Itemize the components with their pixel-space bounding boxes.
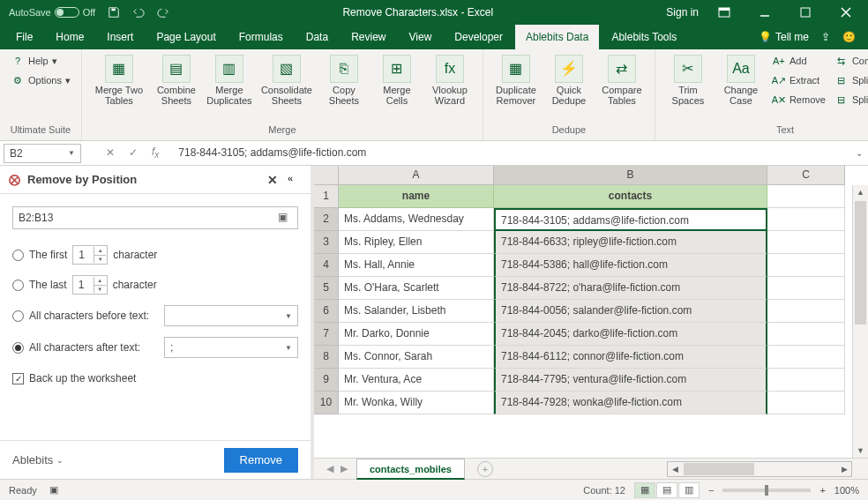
redo-icon[interactable] xyxy=(157,6,169,19)
radio-before[interactable] xyxy=(12,310,24,322)
cell-contacts[interactable]: 718-844-0056; salander@life-fiction.com xyxy=(494,300,767,323)
cell-contacts[interactable]: 718-844-5386; hall@life-fiction.com xyxy=(494,254,767,277)
sign-in-link[interactable]: Sign in xyxy=(666,6,699,19)
remove-button[interactable]: Remove xyxy=(224,448,298,473)
cell[interactable] xyxy=(767,346,845,369)
vertical-scrollbar[interactable]: ▲▼ xyxy=(852,185,868,458)
row-header[interactable]: 6 xyxy=(314,300,339,323)
name-box[interactable]: B2▼ xyxy=(4,144,81,163)
fx-icon[interactable]: fx xyxy=(152,146,159,160)
zoom-slider[interactable] xyxy=(722,489,811,492)
scroll-down-icon[interactable]: ▼ xyxy=(853,444,868,458)
cell-contacts[interactable]: 718-844-2045; darko@life-fiction.com xyxy=(494,323,767,346)
col-header-A[interactable]: A xyxy=(339,166,494,185)
cell[interactable] xyxy=(767,185,845,208)
formula-bar[interactable]: 718-844-3105; addams@life-fiction.com xyxy=(169,146,850,159)
col-header-C[interactable]: C xyxy=(767,166,845,185)
expand-formula-bar-icon[interactable]: ⌄ xyxy=(850,148,868,158)
cell-contacts[interactable]: 718-844-6112; connor@life-fiction.com xyxy=(494,346,767,369)
scroll-up-icon[interactable]: ▲ xyxy=(853,185,868,199)
cell-contacts[interactable]: 718-844-7795; ventura@life-fiction.com xyxy=(494,369,767,392)
cell-name[interactable]: Ms. Connor, Sarah xyxy=(339,346,494,369)
cell-name[interactable]: Ms. Hall, Annie xyxy=(339,254,494,277)
zoom-in-button[interactable]: + xyxy=(819,485,825,496)
cell[interactable] xyxy=(767,231,845,254)
spin-up-icon[interactable]: ▲ xyxy=(94,247,106,256)
cell-name[interactable]: Ms. Addams, Wednesday xyxy=(339,208,494,231)
page-layout-view-button[interactable]: ▤ xyxy=(656,482,677,498)
row-header[interactable]: 2 xyxy=(314,208,339,231)
smiley-icon[interactable]: 🙂 xyxy=(842,31,856,43)
combine-sheets-button[interactable]: ▤Combine Sheets xyxy=(151,53,202,108)
split-text-button[interactable]: ⊟Split Text xyxy=(831,72,868,88)
before-text-combo[interactable]: ▼ xyxy=(164,305,298,326)
row-header[interactable]: 3 xyxy=(314,231,339,254)
page-break-view-button[interactable]: ▥ xyxy=(678,482,700,498)
cell-contacts[interactable]: 718-844-6633; ripley@life-fiction.com xyxy=(494,231,767,254)
normal-view-button[interactable]: ▦ xyxy=(634,482,655,498)
change-case-button[interactable]: AaChange Case xyxy=(715,53,767,108)
save-icon[interactable] xyxy=(108,6,120,19)
options-button[interactable]: ⚙Options ▾ xyxy=(7,72,74,88)
range-input[interactable]: B2:B13 ▣ xyxy=(12,206,298,229)
extract-text-button[interactable]: A↗Extract xyxy=(768,72,829,88)
convert-text-button[interactable]: ⇆Convert xyxy=(831,53,868,69)
cell[interactable] xyxy=(767,392,845,414)
spin-down-icon[interactable]: ▼ xyxy=(94,256,106,264)
row-header[interactable]: 5 xyxy=(314,277,339,300)
consolidate-sheets-button[interactable]: ▧Consolidate Sheets xyxy=(257,53,317,108)
cell-header-name[interactable]: name xyxy=(339,185,494,208)
tab-ablebits-data[interactable]: Ablebits Data xyxy=(515,25,599,49)
trim-spaces-button[interactable]: ✂Trim Spaces xyxy=(662,53,714,108)
row-header[interactable]: 4 xyxy=(314,254,339,277)
macro-record-icon[interactable]: ▣ xyxy=(49,484,58,496)
spin-down-icon[interactable]: ▼ xyxy=(94,286,106,294)
compare-tables-button[interactable]: ⇄Compare Tables xyxy=(596,53,647,108)
merge-two-tables-button[interactable]: ▦Merge Two Tables xyxy=(89,53,149,108)
zoom-out-button[interactable]: − xyxy=(708,485,714,496)
ablebits-brand[interactable]: Ablebits⌄ xyxy=(12,453,64,466)
select-all-corner[interactable] xyxy=(314,166,339,185)
cell-name[interactable]: Mr. Darko, Donnie xyxy=(339,323,494,346)
cell-name[interactable]: Ms. Ripley, Ellen xyxy=(339,231,494,254)
tell-me[interactable]: 💡Tell me xyxy=(759,31,809,43)
cell[interactable] xyxy=(767,254,845,277)
collapse-icon[interactable]: « xyxy=(288,173,302,187)
scroll-left-icon[interactable]: ◀ xyxy=(668,465,682,474)
row-header[interactable]: 9 xyxy=(314,369,339,392)
tab-ablebits-tools[interactable]: Ablebits Tools xyxy=(601,25,687,49)
cell-contacts[interactable]: 718-844-8722; o'hara@life-fiction.com xyxy=(494,277,767,300)
add-text-button[interactable]: A+Add xyxy=(768,53,829,69)
duplicate-remover-button[interactable]: ▦Duplicate Remover xyxy=(490,53,542,108)
prev-sheet-icon[interactable]: ◀ xyxy=(326,463,333,474)
cell-header-contacts[interactable]: contacts xyxy=(494,185,767,208)
horizontal-scrollbar[interactable]: ◀▶ xyxy=(667,461,852,477)
row-header[interactable]: 7 xyxy=(314,323,339,346)
merge-cells-button[interactable]: ⊞Merge Cells xyxy=(371,53,423,108)
help-button[interactable]: ?Help ▾ xyxy=(7,53,74,69)
add-sheet-button[interactable]: + xyxy=(477,461,493,477)
tab-insert[interactable]: Insert xyxy=(96,25,144,49)
cell-name[interactable]: Ms. Salander, Lisbeth xyxy=(339,300,494,323)
tab-file[interactable]: File xyxy=(5,25,43,49)
cell[interactable] xyxy=(767,323,845,346)
cell-contacts[interactable]: 718-844-7928; wonka@life-fiction.com xyxy=(494,392,767,414)
copy-sheets-button[interactable]: ⎘Copy Sheets xyxy=(318,53,370,108)
next-sheet-icon[interactable]: ▶ xyxy=(340,463,348,474)
tab-review[interactable]: Review xyxy=(340,25,396,49)
tab-page-layout[interactable]: Page Layout xyxy=(146,25,226,49)
cancel-icon[interactable]: ✕ xyxy=(106,146,118,159)
last-count-spinner[interactable]: 1▲▼ xyxy=(72,275,108,295)
ribbon-mode-icon[interactable] xyxy=(706,4,743,21)
cell[interactable] xyxy=(767,208,845,231)
cell-name[interactable]: Mr. Wonka, Willy xyxy=(339,392,494,414)
vlookup-wizard-button[interactable]: fxVlookup Wizard xyxy=(424,53,475,108)
after-text-combo[interactable]: ;▼ xyxy=(164,337,298,358)
radio-last[interactable] xyxy=(12,280,24,291)
scroll-thumb[interactable] xyxy=(855,201,866,325)
row-header[interactable]: 1 xyxy=(314,185,339,208)
tab-data[interactable]: Data xyxy=(296,25,339,49)
tab-home[interactable]: Home xyxy=(45,25,94,49)
minimize-button[interactable] xyxy=(746,4,783,21)
cell-contacts[interactable]: 718-844-3105; addams@life-fiction.com xyxy=(494,208,767,231)
